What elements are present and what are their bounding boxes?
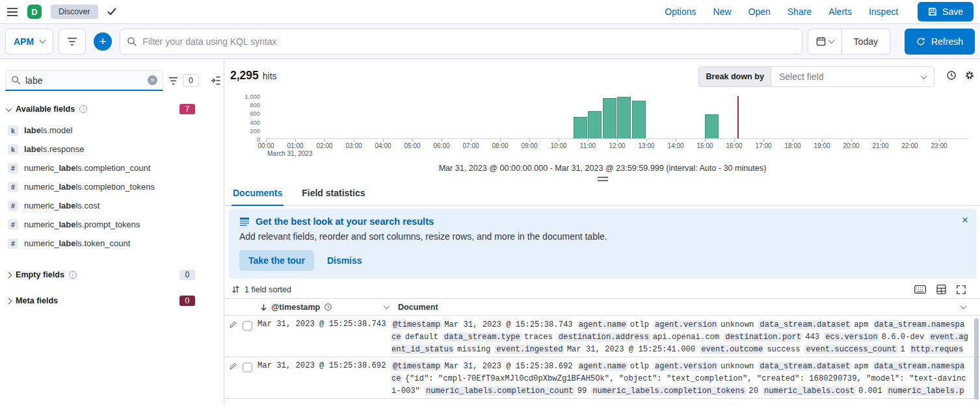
fullscreen-button[interactable] bbox=[957, 285, 966, 294]
space-avatar[interactable]: D bbox=[27, 5, 42, 19]
timestamp-cell: Mar 31, 2023 @ 15:25:38.692 bbox=[258, 361, 391, 398]
field-list-item[interactable]: klabels.response bbox=[5, 140, 219, 159]
chart-options-button[interactable] bbox=[964, 70, 975, 81]
current-time-marker bbox=[737, 96, 739, 138]
x-axis-tick bbox=[851, 139, 852, 142]
row-checkbox[interactable] bbox=[243, 321, 252, 331]
doc-field-value: 8.6.0-dev bbox=[882, 333, 925, 342]
dismiss-button[interactable]: Dismiss bbox=[327, 255, 362, 266]
field-name-post: ls.completion_tokens bbox=[75, 182, 154, 192]
histogram-bar[interactable] bbox=[617, 97, 631, 138]
expand-document-button[interactable] bbox=[230, 362, 237, 370]
field-name: labels.model bbox=[24, 125, 72, 135]
doc-field-name: destination.address bbox=[557, 333, 650, 342]
histogram-bar[interactable] bbox=[632, 101, 646, 138]
tab-documents[interactable]: Documents bbox=[232, 183, 284, 206]
histogram-bar[interactable] bbox=[574, 117, 587, 138]
timestamp-column-header[interactable]: @timestamp bbox=[258, 299, 391, 315]
field-search-input[interactable] bbox=[25, 75, 143, 86]
field-list-item[interactable]: klabels.model bbox=[5, 121, 219, 140]
chevron-down-icon bbox=[40, 37, 46, 44]
y-axis-label: 800 bbox=[250, 101, 260, 108]
histogram-bar[interactable] bbox=[588, 111, 602, 138]
document-column-header[interactable]: Document bbox=[391, 299, 980, 315]
meta-fields-header[interactable]: Meta fields 0 bbox=[5, 296, 219, 306]
field-type-number-icon: # bbox=[8, 182, 18, 192]
top-header: D Discover OptionsNewOpenShareAlertsInsp… bbox=[0, 0, 980, 24]
doc-field-value: Mar 31, 2023 @ 15:25:41.000 bbox=[567, 345, 695, 354]
field-search-row: 0 bbox=[5, 70, 219, 91]
vertical-scrollbar[interactable] bbox=[974, 318, 979, 400]
menu-button[interactable] bbox=[7, 7, 18, 17]
breadcrumb[interactable]: Discover bbox=[51, 5, 98, 19]
close-icon[interactable] bbox=[962, 214, 968, 227]
kql-search-box bbox=[120, 29, 802, 55]
data-view-picker[interactable]: APM bbox=[5, 29, 53, 55]
tab-field-statistics[interactable]: Field statistics bbox=[300, 183, 366, 205]
nav-link-options[interactable]: Options bbox=[665, 6, 696, 17]
field-name-match: labe bbox=[59, 163, 75, 173]
available-fields-label: Available fields bbox=[16, 105, 75, 114]
x-axis-tick bbox=[646, 139, 647, 142]
saved-query-menu-button[interactable] bbox=[59, 29, 86, 55]
add-filter-button[interactable] bbox=[94, 32, 112, 51]
doc-field-value: otlp bbox=[630, 362, 649, 371]
doc-field-value: 443 bbox=[805, 333, 819, 342]
sorted-fields-button[interactable]: 1 field sorted bbox=[232, 285, 291, 294]
field-name-match: labe bbox=[24, 125, 41, 135]
field-list-item[interactable]: #numeric_labels.token_count bbox=[5, 234, 219, 253]
breakdown-select[interactable]: Select field bbox=[771, 66, 934, 87]
doc-field-name: data_stream.dataset bbox=[758, 362, 851, 371]
data-view-label: APM bbox=[14, 36, 34, 47]
x-axis-tick bbox=[676, 139, 676, 142]
query-bar: APM Today Refresh bbox=[0, 24, 980, 59]
save-button[interactable]: Save bbox=[918, 2, 973, 21]
date-picker-calendar-button[interactable] bbox=[808, 29, 842, 54]
field-list-item[interactable]: #numeric_labels.prompt_tokens bbox=[5, 215, 219, 234]
nav-link-inspect[interactable]: Inspect bbox=[869, 6, 898, 17]
nav-link-alerts[interactable]: Alerts bbox=[828, 6, 852, 17]
expand-document-button[interactable] bbox=[230, 321, 237, 328]
available-fields-header[interactable]: Available fields 7 bbox=[5, 104, 219, 114]
doc-field-name: ecs.version bbox=[824, 333, 879, 342]
chart-resize-handle[interactable] bbox=[598, 177, 608, 181]
doc-field-value: 99 bbox=[577, 387, 587, 396]
collapse-sidebar-icon bbox=[211, 76, 221, 85]
doc-field-name: data_stream.dataset bbox=[758, 320, 851, 329]
doc-field-value: missing bbox=[457, 345, 490, 354]
collapse-sidebar-button[interactable] bbox=[211, 76, 221, 85]
field-list-item[interactable]: #numeric_labels.completion_tokens bbox=[5, 177, 219, 196]
breakdown-label: Break down by bbox=[698, 66, 771, 87]
take-tour-button[interactable]: Take the tour bbox=[239, 250, 314, 271]
field-list-item[interactable]: #numeric_labels.completion_count bbox=[5, 159, 219, 177]
refresh-button-label: Refresh bbox=[931, 36, 963, 47]
row-checkbox[interactable] bbox=[243, 362, 252, 372]
histogram-bar[interactable] bbox=[705, 114, 719, 138]
info-icon bbox=[79, 105, 87, 113]
nav-link-new[interactable]: New bbox=[713, 6, 732, 17]
histogram-plot[interactable] bbox=[266, 96, 968, 139]
histogram-bar[interactable] bbox=[603, 98, 616, 138]
histogram-chart: 02004006008001,000 00:0001:0002:0003:000… bbox=[230, 95, 973, 159]
nav-link-open[interactable]: Open bbox=[748, 6, 771, 17]
display-options-button[interactable] bbox=[936, 285, 946, 294]
nav-link-share[interactable]: Share bbox=[788, 6, 812, 17]
kql-input[interactable] bbox=[142, 36, 795, 47]
field-search-box bbox=[5, 70, 163, 91]
clear-search-icon[interactable] bbox=[148, 75, 157, 85]
tour-callout: Get the best look at your search results… bbox=[229, 209, 976, 279]
chart-history-button[interactable] bbox=[946, 70, 957, 81]
x-axis-tick bbox=[588, 139, 589, 142]
field-name-post: ls.cost bbox=[75, 201, 99, 210]
field-filter-button[interactable]: 0 bbox=[168, 74, 199, 87]
date-range-today-button[interactable]: Today bbox=[842, 36, 890, 47]
x-axis-tick bbox=[354, 139, 354, 142]
field-list-item[interactable]: #numeric_labels.cost bbox=[5, 196, 219, 215]
field-name-match: labe bbox=[59, 238, 75, 248]
chart-y-axis: 02004006008001,000 bbox=[230, 96, 261, 139]
refresh-button[interactable]: Refresh bbox=[905, 29, 975, 55]
keyboard-shortcuts-button[interactable] bbox=[914, 285, 926, 294]
empty-fields-header[interactable]: Empty fields 0 bbox=[5, 270, 219, 280]
x-axis-label: 03:00 bbox=[345, 142, 362, 149]
refresh-icon bbox=[916, 37, 925, 46]
